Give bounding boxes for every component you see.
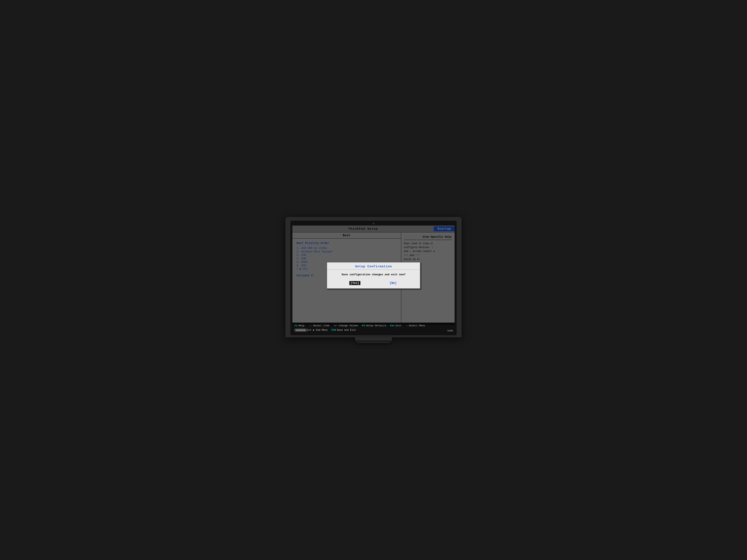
dialog-overlay: Setup Confirmation Save configuration ch…: [292, 225, 455, 325]
f10-key: F10: [331, 329, 336, 331]
bios-screen: ThinkPad Setup Startup Boot Boot Priorit…: [292, 225, 455, 333]
save-exit-label: Save and Exit: [337, 329, 356, 331]
lenovo-text: Lenovo: [295, 328, 307, 332]
status-f10: F10 Save and Exit: [331, 329, 356, 331]
dialog-no-button[interactable]: [No]: [388, 281, 398, 285]
dialog-title: Setup Confirmation: [327, 262, 420, 270]
dialog-message: Save configuration changes and exit now?: [327, 270, 420, 279]
dialog-yes-button[interactable]: [Yes]: [349, 281, 360, 285]
lenovo-badge: Lenovo: [295, 328, 307, 331]
model-badge: E480: [448, 329, 453, 332]
webcam-dot: [373, 223, 374, 224]
laptop-hinge: [355, 341, 392, 342]
confirmation-dialog: Setup Confirmation Save configuration ch…: [327, 262, 420, 289]
dialog-buttons: [Yes] [No]: [327, 279, 420, 288]
